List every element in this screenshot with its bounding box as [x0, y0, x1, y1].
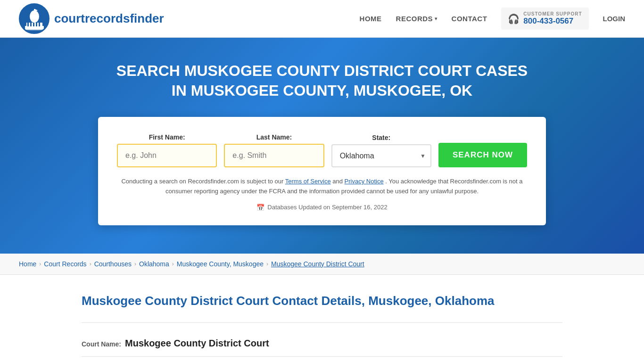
svg-rect-7 [39, 23, 40, 26]
logo-area[interactable]: courtrecordsfinder [19, 3, 164, 34]
page-heading: Muskogee County District Court Contact D… [82, 294, 562, 308]
state-select[interactable]: AlabamaAlaskaArizonaArkansasCaliforniaCo… [331, 144, 431, 167]
search-fields: First Name: Last Name: State: AlabamaAla… [117, 133, 527, 167]
svg-rect-6 [36, 23, 37, 26]
state-group: State: AlabamaAlaskaArizonaArkansasCalif… [331, 134, 431, 167]
search-disclaimer: Conducting a search on Recordsfinder.com… [117, 177, 527, 197]
breadcrumb-item-2[interactable]: Courthouses [94, 260, 132, 268]
db-updated: 📅 Databases Updated on September 16, 202… [117, 204, 527, 211]
last-name-group: Last Name: [224, 133, 324, 167]
divider-2 [82, 356, 562, 357]
breadcrumb-sep-1: › [90, 261, 91, 267]
first-name-group: First Name: [117, 133, 217, 167]
breadcrumb-item-0[interactable]: Home [19, 260, 36, 268]
chevron-down-icon: ▾ [435, 16, 438, 21]
breadcrumb-bar: Home›Court Records›Courthouses›Oklahoma›… [0, 254, 644, 275]
search-button[interactable]: SEARCH NOW [438, 143, 527, 167]
court-name-row: Court Name: Muskogee County District Cou… [82, 330, 562, 356]
svg-rect-3 [27, 23, 29, 26]
svg-rect-5 [33, 23, 34, 26]
nav-records[interactable]: RECORDS ▾ [396, 15, 438, 23]
support-text: CUSTOMER SUPPORT 800-433-0567 [523, 11, 582, 26]
nav-contact[interactable]: CONTACT [452, 15, 487, 23]
svg-rect-10 [34, 9, 35, 14]
site-header: courtrecordsfinder HOME RECORDS ▾ CONTAC… [0, 0, 644, 38]
court-name-label: Court Name: [82, 340, 121, 348]
main-nav: HOME RECORDS ▾ CONTACT 🎧 CUSTOMER SUPPOR… [360, 8, 625, 30]
state-select-wrapper: AlabamaAlaskaArizonaArkansasCaliforniaCo… [331, 144, 431, 167]
breadcrumb-sep-3: › [172, 261, 174, 267]
support-phone: 800-433-0567 [523, 16, 582, 26]
hero-title: SEARCH MUSKOGEE COUNTY DISTRICT COURT CA… [110, 61, 534, 100]
divider-1 [82, 322, 562, 323]
breadcrumb-sep-4: › [266, 261, 268, 267]
support-box[interactable]: 🎧 CUSTOMER SUPPORT 800-433-0567 [501, 8, 588, 30]
first-name-label: First Name: [117, 133, 217, 141]
calendar-icon: 📅 [256, 204, 264, 211]
nav-home[interactable]: HOME [360, 15, 382, 23]
privacy-link[interactable]: Privacy Notice [345, 178, 384, 185]
headphone-icon: 🎧 [508, 13, 520, 25]
breadcrumb-item-5[interactable]: Muskogee County District Court [271, 260, 364, 268]
breadcrumb-item-4[interactable]: Muskogee County, Muskogee [177, 260, 264, 268]
main-content: Muskogee County District Court Contact D… [63, 275, 581, 362]
breadcrumb-sep-0: › [39, 261, 41, 267]
breadcrumb-item-3[interactable]: Oklahoma [139, 260, 169, 268]
svg-rect-1 [25, 26, 44, 30]
court-name-value: Muskogee County District Court [125, 338, 269, 349]
first-name-input[interactable] [117, 144, 217, 167]
logo-text: courtrecordsfinder [54, 11, 164, 26]
breadcrumb-sep-2: › [134, 261, 136, 267]
svg-rect-4 [30, 23, 32, 26]
breadcrumb-item-1[interactable]: Court Records [44, 260, 86, 268]
last-name-input[interactable] [224, 144, 324, 167]
breadcrumb: Home›Court Records›Courthouses›Oklahoma›… [19, 260, 625, 268]
search-card: First Name: Last Name: State: AlabamaAla… [98, 117, 546, 225]
state-label: State: [331, 134, 431, 141]
hero-section: SEARCH MUSKOGEE COUNTY DISTRICT COURT CA… [0, 38, 644, 254]
logo-icon [19, 3, 50, 34]
terms-link[interactable]: Terms of Service [285, 178, 331, 185]
login-button[interactable]: LOGIN [603, 15, 626, 23]
support-label: CUSTOMER SUPPORT [523, 11, 582, 16]
last-name-label: Last Name: [224, 133, 324, 141]
